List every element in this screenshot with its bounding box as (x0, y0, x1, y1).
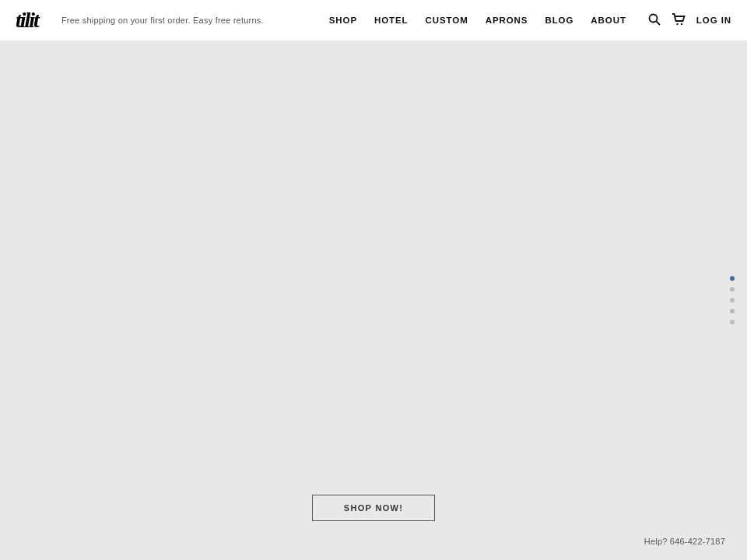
main-nav: SHOP HOTEL CUSTOM APRONS BLOG ABOUT (329, 13, 731, 28)
slide-dot-1[interactable] (730, 276, 735, 281)
slide-dots (730, 276, 735, 324)
logo-text: tilit (16, 9, 38, 31)
slide-dot-2[interactable] (730, 287, 735, 292)
main-content: SHOP NOW! Help? 646-422-7187 (0, 40, 747, 560)
log-in-link[interactable]: LOG IN (696, 16, 731, 25)
nav-item-blog[interactable]: BLOG (545, 16, 573, 25)
svg-point-0 (649, 14, 657, 22)
slide-dot-4[interactable] (730, 309, 735, 313)
nav-icons: LOG IN (648, 13, 731, 28)
cta-container: SHOP NOW! (312, 495, 435, 521)
nav-item-aprons[interactable]: APRONS (486, 16, 528, 25)
header-left: tilit Free shipping on your first order.… (16, 9, 264, 31)
cart-icon[interactable] (672, 13, 686, 28)
svg-point-3 (681, 23, 682, 24)
nav-item-shop[interactable]: SHOP (329, 16, 357, 25)
nav-item-custom[interactable]: CUSTOM (426, 16, 468, 25)
help-text: Help? 646-422-7187 (644, 537, 725, 546)
site-header: tilit Free shipping on your first order.… (0, 0, 747, 40)
header-tagline: Free shipping on your first order. Easy … (61, 16, 264, 25)
svg-point-2 (676, 23, 678, 24)
search-icon[interactable] (648, 13, 661, 28)
nav-item-hotel[interactable]: HOTEL (374, 16, 409, 25)
slide-dot-5[interactable] (730, 320, 735, 324)
nav-item-about[interactable]: ABOUT (591, 16, 626, 25)
slide-dot-3[interactable] (730, 298, 735, 303)
shop-now-button[interactable]: SHOP NOW! (312, 495, 435, 521)
site-logo[interactable]: tilit (16, 9, 38, 31)
svg-line-1 (656, 21, 660, 25)
